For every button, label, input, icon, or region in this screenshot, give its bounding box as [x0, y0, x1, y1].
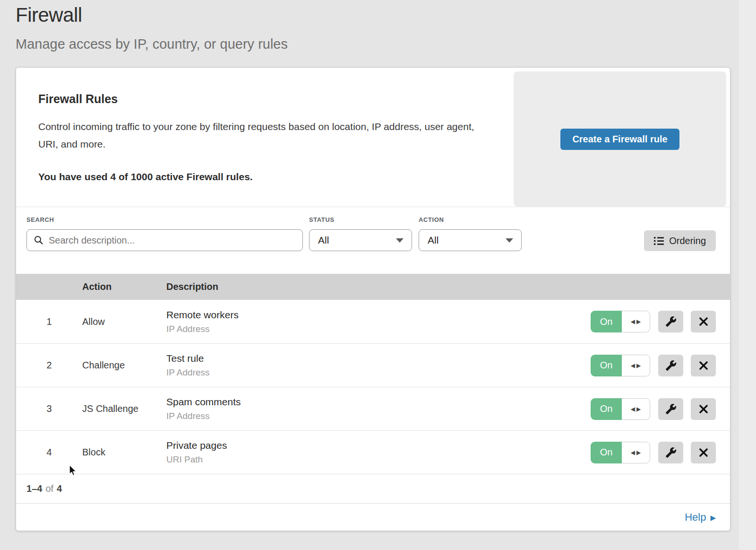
rule-enabled-toggle[interactable]: On ◀▶ — [591, 311, 650, 332]
edit-rule-button[interactable] — [658, 398, 683, 420]
card-description: Control incoming traffic to your zone by… — [38, 118, 487, 153]
create-firewall-rule-button[interactable]: Create a Firewall rule — [560, 129, 679, 150]
column-header-description: Description — [166, 281, 730, 292]
status-filter: STATUS All — [309, 216, 412, 251]
table-row: 4 Block Private pages URI Path On ◀▶ — [16, 430, 730, 474]
search-icon — [34, 236, 43, 245]
chevron-down-icon — [506, 238, 513, 243]
toggle-arrows-icon: ◀▶ — [622, 398, 650, 420]
rule-controls: On ◀▶ — [591, 398, 730, 420]
pagination-total: 4 — [57, 483, 62, 494]
rule-number: 3 — [16, 403, 82, 414]
toggle-arrows-icon: ◀▶ — [622, 442, 650, 463]
edit-rule-button[interactable] — [658, 442, 683, 463]
table-row: 2 Challenge Test rule IP Address On ◀▶ — [16, 343, 730, 387]
table-row: 1 Allow Remote workers IP Address On ◀▶ — [16, 300, 730, 343]
action-label: ACTION — [419, 216, 522, 223]
table-row: 3 JS Challenge Spam comments IP Address … — [16, 387, 730, 430]
delete-rule-button[interactable] — [691, 442, 716, 463]
search-filter: SEARCH — [26, 216, 303, 251]
column-header-action: Action — [82, 281, 166, 292]
rule-enabled-toggle[interactable]: On ◀▶ — [591, 355, 650, 376]
rule-controls: On ◀▶ — [591, 311, 730, 332]
rule-enabled-toggle[interactable]: On ◀▶ — [591, 398, 650, 420]
toggle-on-label: On — [591, 398, 622, 420]
toggle-arrows-icon: ◀▶ — [622, 355, 650, 376]
rules-table-body: 1 Allow Remote workers IP Address On ◀▶ — [16, 300, 730, 474]
wrench-icon — [665, 316, 677, 327]
delete-rule-button[interactable] — [691, 355, 716, 376]
rule-action: Block — [82, 447, 166, 458]
firewall-rules-summary: Firewall Rules Control incoming traffic … — [16, 68, 730, 207]
toggle-on-label: On — [591, 355, 622, 376]
page-title: Firewall — [16, 4, 756, 26]
ordering-button[interactable]: Ordering — [644, 230, 716, 251]
close-icon — [698, 360, 709, 371]
wrench-icon — [665, 360, 677, 371]
toggle-on-label: On — [591, 311, 622, 332]
pagination: 1–4 of 4 — [16, 474, 730, 503]
edit-rule-button[interactable] — [658, 311, 683, 332]
action-filter: ACTION All — [419, 216, 522, 251]
rule-enabled-toggle[interactable]: On ◀▶ — [591, 442, 650, 463]
ordered-list-icon — [654, 237, 664, 245]
search-input[interactable] — [26, 229, 303, 251]
window-edge — [739, 0, 756, 550]
rule-action: JS Challenge — [82, 403, 166, 414]
action-selected-value: All — [428, 235, 438, 246]
status-label: STATUS — [309, 216, 412, 223]
ordering-button-label: Ordering — [669, 236, 706, 246]
rule-controls: On ◀▶ — [591, 355, 730, 376]
page-subtitle: Manage access by IP, country, or query r… — [16, 36, 756, 52]
toggle-on-label: On — [591, 442, 622, 463]
toggle-arrows-icon: ◀▶ — [622, 311, 650, 332]
edit-rule-button[interactable] — [658, 355, 683, 376]
rules-table-header: Action Description — [16, 274, 730, 300]
rule-match-type: IP Address — [166, 324, 591, 334]
pagination-of: of — [45, 483, 53, 494]
pagination-range: 1–4 — [26, 483, 42, 494]
page-header: Firewall Manage access by IP, country, o… — [0, 0, 756, 52]
rule-number: 4 — [16, 447, 82, 458]
search-input-wrap — [26, 229, 303, 251]
rule-action: Challenge — [82, 360, 166, 371]
rule-description: Private pages — [166, 440, 591, 451]
close-icon — [698, 447, 709, 458]
rule-controls: On ◀▶ — [591, 442, 730, 463]
help-row: Help ▶ — [16, 503, 730, 531]
wrench-icon — [665, 403, 677, 415]
delete-rule-button[interactable] — [691, 311, 716, 332]
card-title: Firewall Rules — [38, 92, 495, 106]
rule-number: 1 — [16, 316, 82, 327]
rule-match-type: URI Path — [166, 454, 591, 465]
rule-action: Allow — [82, 316, 166, 327]
rule-match-type: IP Address — [166, 411, 591, 421]
help-link[interactable]: Help ▶ — [685, 511, 716, 524]
arrow-right-icon: ▶ — [710, 513, 716, 521]
rule-description: Spam comments — [166, 396, 591, 408]
usage-note: You have used 4 of 1000 active Firewall … — [38, 171, 495, 183]
create-rule-panel: Create a Firewall rule — [514, 71, 726, 207]
rule-description: Remote workers — [166, 309, 591, 321]
rule-match-type: IP Address — [166, 367, 591, 378]
search-label: SEARCH — [26, 216, 303, 223]
delete-rule-button[interactable] — [691, 398, 716, 420]
status-selected-value: All — [318, 235, 329, 246]
rule-number: 2 — [16, 360, 82, 371]
filter-bar: SEARCH STATUS All ACTION All — [16, 207, 730, 274]
firewall-rules-info: Firewall Rules Control incoming traffic … — [16, 68, 514, 207]
chevron-down-icon — [396, 238, 404, 243]
firewall-panel: Firewall Rules Control incoming traffic … — [16, 67, 730, 531]
status-select[interactable]: All — [309, 229, 412, 251]
close-icon — [698, 316, 709, 327]
action-select[interactable]: All — [419, 229, 522, 251]
close-icon — [698, 403, 709, 415]
rule-description: Test rule — [166, 353, 591, 364]
help-link-label: Help — [685, 511, 706, 524]
wrench-icon — [665, 447, 677, 458]
